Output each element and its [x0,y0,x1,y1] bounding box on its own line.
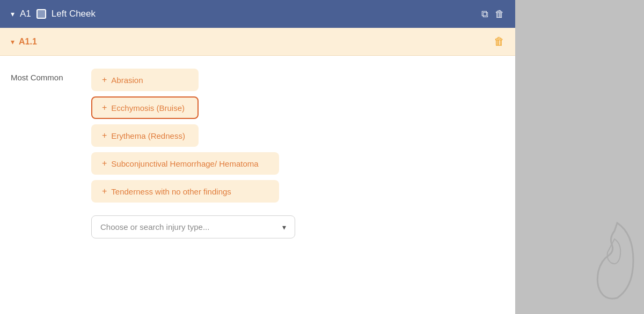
plus-icon: + [102,131,107,140]
header-actions: ⧉ 🗑 [481,9,504,20]
injury-btn-ecchymosis[interactable]: + Ecchymosis (Bruise) [91,96,199,119]
content-area: Most Common + Abrasion + Ecchymosis (Bru… [0,56,515,314]
main-panel: ▾ A1 Left Cheek ⧉ 🗑 ▾ A1.1 🗑 Most Common… [0,0,515,314]
injury-buttons-area: + Abrasion + Ecchymosis (Bruise) + Eryth… [91,69,504,238]
most-common-label: Most Common [11,73,75,82]
injury-type-dropdown[interactable]: Choose or search injury type... ▾ [91,215,295,238]
plus-icon: + [102,75,107,85]
injury-label-subconj: Subconjunctival Hemorrhage/ Hematoma [111,159,258,168]
delete-subsection-icon[interactable]: 🗑 [494,35,504,48]
injury-label-tenderness: Tenderness with no other findings [111,187,231,196]
plus-icon: + [102,103,107,113]
right-panel-inner [515,0,644,314]
sub-header: ▾ A1.1 🗑 [0,28,515,56]
body-illustration [585,218,639,303]
plus-icon: + [102,186,107,196]
injury-label-abrasion: Abrasion [111,76,143,85]
injury-label-ecchymosis: Ecchymosis (Bruise) [111,103,185,113]
plus-icon: + [102,159,107,168]
section-id: A1 [20,9,31,19]
copy-icon[interactable]: ⧉ [481,9,488,20]
injury-label-erythema: Erythema (Redness) [111,131,185,140]
header-bar: ▾ A1 Left Cheek ⧉ 🗑 [0,0,515,28]
dropdown-placeholder: Choose or search injury type... [100,222,209,231]
injury-type-dropdown-container: Choose or search injury type... ▾ [91,215,504,238]
page-title: Left Cheek [52,9,96,19]
delete-section-icon[interactable]: 🗑 [495,9,504,20]
right-panel [515,0,644,314]
color-swatch[interactable] [36,9,46,19]
sub-section-title: A1.1 [19,37,37,47]
dropdown-chevron-icon: ▾ [282,223,286,231]
collapse-chevron-icon[interactable]: ▾ [11,10,14,18]
header-left: ▾ A1 Left Cheek [11,9,96,19]
injury-btn-abrasion[interactable]: + Abrasion [91,69,199,91]
injury-btn-tenderness[interactable]: + Tenderness with no other findings [91,180,279,203]
sub-collapse-chevron-icon[interactable]: ▾ [11,38,14,46]
sub-header-left: ▾ A1.1 [11,37,37,47]
injury-btn-subconj[interactable]: + Subconjunctival Hemorrhage/ Hematoma [91,152,279,175]
injury-btn-erythema[interactable]: + Erythema (Redness) [91,124,199,147]
